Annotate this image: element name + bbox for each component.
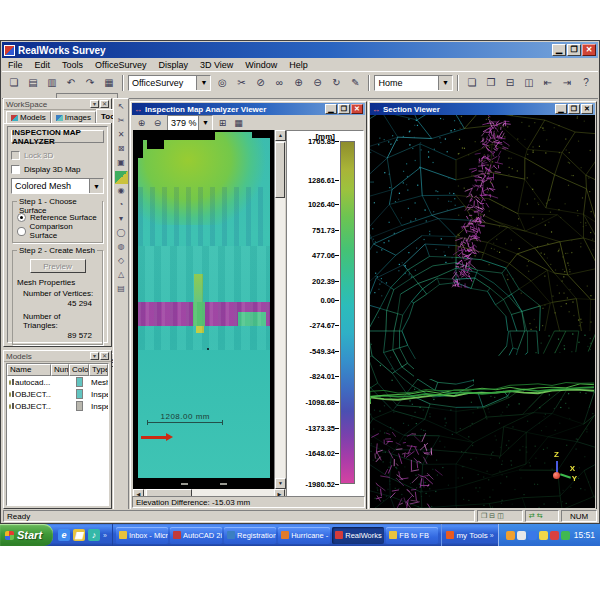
preview-button[interactable]: Preview bbox=[30, 259, 86, 273]
menu-file[interactable]: File bbox=[2, 59, 29, 71]
palette-icon[interactable]: ▤ bbox=[115, 283, 128, 296]
window-layout-icon[interactable]: ❐ bbox=[481, 512, 487, 520]
zoom-out-icon[interactable]: ⊖ bbox=[150, 116, 165, 129]
module-combobox[interactable]: OfficeSurvey ▼ bbox=[128, 75, 211, 91]
app-titlebar[interactable]: RealWorks Survey ▁ ❐ ✕ bbox=[2, 42, 598, 58]
tab-images[interactable]: Images bbox=[51, 111, 96, 123]
lock-3d-checkbox[interactable] bbox=[11, 151, 20, 160]
column-name[interactable]: Name bbox=[7, 364, 51, 376]
triangle-icon[interactable]: △ bbox=[115, 269, 128, 282]
colored-mesh-icon[interactable] bbox=[115, 171, 128, 184]
mesh-type-combobox[interactable]: Colored Mesh ▼ bbox=[11, 178, 104, 194]
expand-icon[interactable]: ▾ bbox=[115, 213, 128, 226]
ellipse-icon[interactable]: ◯ bbox=[115, 227, 128, 240]
pin-icon[interactable]: ▾ bbox=[90, 352, 99, 360]
chevron-down-icon[interactable]: ▼ bbox=[89, 179, 103, 193]
close-icon[interactable]: ✕ bbox=[581, 104, 593, 114]
zoom-window-icon[interactable]: ⊖ bbox=[308, 74, 326, 91]
menu-window[interactable]: Window bbox=[239, 59, 283, 71]
tray-3-icon[interactable] bbox=[528, 531, 537, 540]
tray-5-icon[interactable] bbox=[550, 531, 559, 540]
task-fb-to-fb[interactable]: FB to FB bbox=[386, 527, 438, 544]
annotate-icon[interactable]: ✎ bbox=[346, 74, 364, 91]
minimize-button[interactable]: ▁ bbox=[552, 44, 566, 56]
target-icon[interactable]: ◎ bbox=[213, 74, 231, 91]
next-icon[interactable]: ⇥ bbox=[558, 74, 576, 91]
tile-vertical-icon[interactable]: ◫ bbox=[520, 74, 538, 91]
zoom-in-icon[interactable]: ⊕ bbox=[134, 116, 149, 129]
fit-view-icon[interactable]: ⊞ bbox=[215, 116, 230, 129]
models-panel-title[interactable]: Models ▾ ✕ bbox=[4, 351, 111, 362]
tray-1-icon[interactable] bbox=[506, 531, 515, 540]
cut-plane-icon[interactable]: ✂ bbox=[115, 115, 128, 128]
tab-models[interactable]: Models bbox=[6, 111, 51, 123]
map-vertical-scrollbar[interactable]: ▲ ▼ bbox=[274, 130, 285, 489]
maximize-icon[interactable]: ❐ bbox=[568, 104, 580, 114]
zoom-extents-icon[interactable]: ⊕ bbox=[289, 74, 307, 91]
menu-edit[interactable]: Edit bbox=[29, 59, 57, 71]
tray-4-icon[interactable] bbox=[539, 531, 548, 540]
previous-icon[interactable]: ⇤ bbox=[539, 74, 557, 91]
internet-explorer-icon[interactable]: e bbox=[58, 529, 70, 541]
clear-icon[interactable]: ⊘ bbox=[251, 74, 269, 91]
menu-officesurvey[interactable]: OfficeSurvey bbox=[89, 59, 152, 71]
tile-vertical-icon[interactable]: ◫ bbox=[497, 512, 504, 520]
table-row[interactable]: autocad...Mesh bbox=[7, 376, 108, 388]
open-icon[interactable]: ❏ bbox=[5, 74, 23, 91]
chevron-down-icon[interactable]: ▼ bbox=[198, 116, 212, 130]
visibility-bulb-icon[interactable] bbox=[9, 380, 11, 385]
table-row[interactable]: OBJECT...Inspectio bbox=[7, 388, 108, 400]
section-canvas[interactable] bbox=[370, 115, 595, 508]
refresh-icon[interactable]: ↻ bbox=[327, 74, 345, 91]
fence-icon[interactable]: ⊠ bbox=[115, 143, 128, 156]
pin-icon[interactable]: ▾ bbox=[90, 100, 99, 108]
tray-6-icon[interactable] bbox=[561, 531, 570, 540]
sync-arrows-icon[interactable]: ⇆ bbox=[537, 512, 543, 520]
new-viewer-icon[interactable]: ❏ bbox=[463, 74, 481, 91]
column-color[interactable]: Color bbox=[69, 364, 89, 376]
comparison-surface-radio[interactable] bbox=[17, 227, 26, 236]
delete-icon[interactable]: ✕ bbox=[115, 129, 128, 142]
column-type[interactable]: Type bbox=[89, 364, 108, 376]
workspace-icon[interactable]: ▦ bbox=[100, 74, 118, 91]
maximize-icon[interactable]: ❐ bbox=[338, 104, 350, 114]
tray-2-icon[interactable] bbox=[517, 531, 526, 540]
minimize-icon[interactable]: ▁ bbox=[555, 104, 567, 114]
cascade-icon[interactable]: ❐ bbox=[482, 74, 500, 91]
menu-help[interactable]: Help bbox=[283, 59, 314, 71]
inspection-map[interactable]: 1208.00 mm bbox=[133, 130, 274, 489]
image-mask-icon[interactable]: ▣ bbox=[115, 157, 128, 170]
chevron-down-icon[interactable]: ▼ bbox=[196, 76, 210, 90]
cut-icon[interactable]: ✂ bbox=[232, 74, 250, 91]
start-button[interactable]: Start bbox=[0, 524, 53, 546]
close-icon[interactable]: ✕ bbox=[100, 352, 109, 360]
redo-icon[interactable]: ↷ bbox=[81, 74, 99, 91]
print-icon[interactable]: ▥ bbox=[43, 74, 61, 91]
section-viewer-titlebar[interactable]: ↔ Section Viewer ▁ ❐ ✕ bbox=[370, 103, 595, 115]
timer-icon[interactable]: ◔ bbox=[115, 199, 128, 212]
reference-surface-radio[interactable] bbox=[17, 213, 26, 222]
tile-horizontal-icon[interactable]: ⊟ bbox=[501, 74, 519, 91]
workspace-panel-title[interactable]: WorkSpace ▾ ✕ bbox=[4, 99, 111, 110]
undo-icon[interactable]: ↶ bbox=[62, 74, 80, 91]
table-row[interactable]: OBJECT...Inspectio bbox=[7, 400, 108, 412]
visibility-bulb-icon[interactable] bbox=[9, 392, 11, 397]
sync-arrows-icon[interactable]: ⇄ bbox=[529, 512, 535, 520]
desktop-icon[interactable]: ▦ bbox=[73, 529, 85, 541]
close-icon[interactable]: ✕ bbox=[351, 104, 363, 114]
scroll-down-icon[interactable]: ▼ bbox=[275, 478, 286, 489]
task-registration-rep[interactable]: Registration Rep... bbox=[224, 527, 276, 544]
task-autocad-2002[interactable]: AutoCAD 2002 bbox=[170, 527, 222, 544]
polygon-icon[interactable]: ◇ bbox=[115, 255, 128, 268]
display-3d-checkbox[interactable] bbox=[11, 165, 20, 174]
column-num[interactable]: Num... bbox=[51, 364, 69, 376]
my-tools-toolbar[interactable]: my Tools » bbox=[441, 524, 497, 546]
task-hurricane-micro[interactable]: Hurricane - Micro... bbox=[278, 527, 330, 544]
link-icon[interactable]: ∞ bbox=[270, 74, 288, 91]
zoom-combobox[interactable]: 379 % ▼ bbox=[167, 115, 213, 131]
minimize-icon[interactable]: ▁ bbox=[325, 104, 337, 114]
home-combobox[interactable]: Home ▼ bbox=[374, 75, 453, 91]
chevron-icon[interactable]: » bbox=[490, 532, 494, 539]
scroll-up-icon[interactable]: ▲ bbox=[275, 130, 286, 141]
close-button[interactable]: ✕ bbox=[582, 44, 596, 56]
